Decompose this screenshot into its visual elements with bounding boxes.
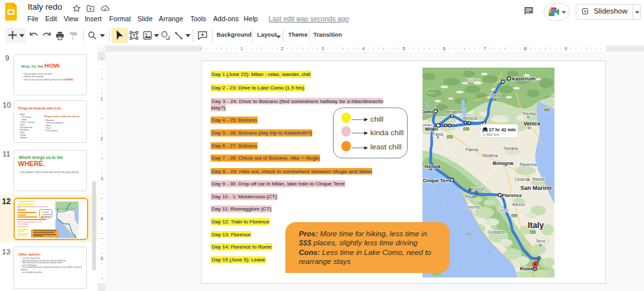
svg-text:Terni: Terni (536, 239, 545, 243)
svg-text:Arezzo: Arezzo (512, 202, 526, 207)
svg-text:Cesena: Cesena (515, 177, 529, 182)
svg-text:Livorno: Livorno (466, 205, 480, 209)
svg-text:3: 3 (100, 176, 103, 182)
svg-text:Pisa: Pisa (466, 194, 474, 199)
svg-text:Venice: Venice (524, 121, 540, 127)
svg-text:E45: E45 (531, 230, 536, 234)
svg-text:5: 5 (402, 46, 405, 52)
svg-text:Brescia: Brescia (463, 116, 477, 120)
svg-text:Genoa: Genoa (424, 164, 440, 169)
svg-text:1,402 km: 1,402 km (483, 132, 499, 136)
svg-text:Lucca: Lucca (472, 187, 484, 191)
svg-text:Ferrara: Ferrara (504, 146, 518, 151)
svg-text:Rome: Rome (520, 266, 533, 272)
svg-text:2: 2 (100, 136, 103, 142)
svg-text:Florence: Florence (502, 192, 522, 198)
svg-text:Modena: Modena (482, 153, 498, 158)
svg-text:1: 1 (240, 46, 243, 52)
svg-text:E70: E70 (544, 109, 549, 112)
svg-text:9: 9 (565, 46, 567, 52)
svg-text:1: 1 (100, 96, 103, 102)
svg-text:E35: E35 (512, 214, 517, 218)
svg-text:Bologna: Bologna (493, 160, 514, 166)
svg-text:Grosseto: Grosseto (488, 230, 505, 234)
svg-text:Kastelruth: Kastelruth (512, 76, 536, 82)
svg-text:8: 8 (524, 46, 527, 52)
svg-text:Rimini: Rimini (533, 177, 545, 182)
svg-text:San Marino: San Marino (520, 185, 552, 191)
svg-text:Como: Como (422, 109, 434, 115)
svg-text:Siena: Siena (498, 208, 509, 212)
svg-text:Ud: Ud (552, 93, 554, 98)
svg-text:Bergamo: Bergamo (445, 109, 462, 115)
svg-text:5: 5 (100, 256, 103, 261)
svg-text:6: 6 (443, 46, 446, 52)
svg-text:3: 3 (321, 46, 324, 52)
svg-text:Treviso: Treviso (522, 111, 536, 116)
svg-text:4: 4 (362, 46, 365, 52)
svg-text:Pavia: Pavia (433, 132, 444, 136)
svg-text:Livigno: Livigno (468, 77, 480, 82)
svg-text:Italy: Italy (528, 221, 544, 230)
svg-text:Ravenna: Ravenna (520, 162, 537, 167)
svg-text:E35: E35 (428, 90, 433, 93)
svg-text:E70: E70 (464, 127, 469, 131)
svg-text:4: 4 (100, 216, 103, 221)
svg-text:Cinque Terre: Cinque Terre (423, 178, 452, 183)
svg-text:7: 7 (484, 46, 486, 52)
svg-text:Trento: Trento (490, 93, 502, 98)
svg-text:E35: E35 (448, 135, 453, 138)
svg-text:Parma: Parma (466, 147, 478, 152)
svg-text:Milan: Milan (425, 126, 439, 132)
svg-text:2: 2 (281, 46, 283, 52)
